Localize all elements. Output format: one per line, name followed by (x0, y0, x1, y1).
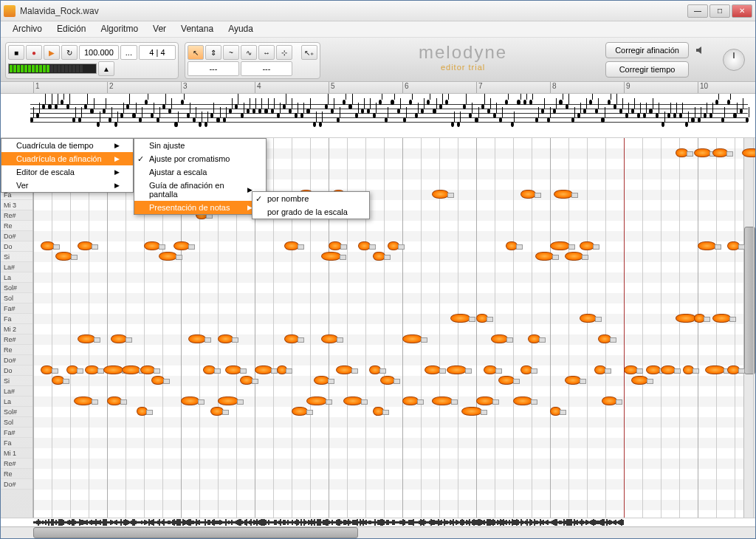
separation-tool[interactable]: ⊹ (276, 45, 292, 60)
note-blob[interactable] (284, 241, 299, 250)
note-blob[interactable] (676, 314, 696, 323)
menu-algoritmo[interactable]: Algoritmo (93, 21, 145, 37)
piano-key[interactable]: Fa# (1, 303, 32, 314)
piano-key[interactable]: Re (1, 345, 32, 355)
note-blob[interactable] (646, 365, 661, 374)
note-blob[interactable] (550, 241, 570, 250)
context-item[interactable]: ✓por nombre (252, 192, 369, 205)
note-blob[interactable] (602, 396, 617, 405)
context-item[interactable]: Guía de afinación en pantalla▶ (134, 179, 266, 201)
correct-time-button[interactable]: Corregir tiempo (605, 61, 689, 78)
note-blob[interactable] (329, 241, 342, 250)
note-blob[interactable] (402, 396, 419, 405)
note-blob[interactable] (461, 407, 482, 416)
tempo-field[interactable]: 100.000 (79, 45, 119, 60)
note-blob[interactable] (321, 252, 341, 261)
formant-tool[interactable]: ~ (223, 45, 239, 60)
note-blob[interactable] (284, 334, 299, 343)
note-blob[interactable] (520, 365, 532, 374)
piano-key[interactable]: Si (1, 252, 32, 262)
menu-edicion[interactable]: Edición (49, 21, 93, 37)
note-blob[interactable] (580, 314, 597, 323)
note-blob[interactable] (225, 365, 241, 374)
note-blob[interactable] (107, 396, 122, 405)
note-blob[interactable] (565, 376, 581, 385)
piano-key[interactable]: Mi 2 (1, 324, 32, 334)
pitch-tool[interactable]: ⇕ (205, 45, 221, 60)
piano-key[interactable]: Sol (1, 417, 32, 428)
note-blob[interactable] (52, 376, 64, 385)
context-item[interactable]: Cuadrícula de afinación▶ (1, 152, 133, 165)
maximize-button[interactable]: □ (709, 4, 730, 18)
note-blob[interactable] (554, 190, 573, 199)
note-blob[interactable] (491, 334, 508, 343)
note-blob[interactable] (450, 314, 470, 323)
note-blob[interactable] (727, 241, 740, 250)
note-blob[interactable] (314, 376, 329, 385)
context-item[interactable]: ✓Ajuste por cromatismo (134, 152, 266, 165)
note-blob[interactable] (140, 365, 155, 374)
menu-ayuda[interactable]: Ayuda (221, 21, 261, 37)
loop-button[interactable]: ↻ (61, 45, 78, 60)
note-blob[interactable] (373, 252, 385, 261)
note-blob[interactable] (321, 334, 338, 343)
note-blob[interactable] (66, 365, 78, 374)
context-item[interactable]: Sin ajuste (134, 139, 266, 152)
note-blob[interactable] (277, 365, 287, 374)
note-blob[interactable] (336, 365, 353, 374)
piano-key[interactable]: Mi 1 (1, 448, 32, 459)
note-blob[interactable] (388, 241, 399, 250)
note-blob[interactable] (218, 334, 233, 343)
piano-key[interactable]: Sol# (1, 407, 32, 417)
note-blob[interactable] (535, 252, 554, 261)
piano-key[interactable]: Do (1, 365, 32, 376)
note-blob[interactable] (181, 396, 199, 405)
correct-pitch-button[interactable]: Corregir afinación (605, 42, 689, 58)
piano-key[interactable]: Fa (1, 438, 32, 448)
note-blob[interactable] (594, 365, 606, 374)
note-blob[interactable] (358, 241, 371, 250)
note-blob[interactable] (122, 365, 140, 374)
piano-key[interactable]: Sol (1, 293, 32, 303)
horizontal-scrollbar[interactable] (1, 526, 755, 538)
volume-knob[interactable] (723, 49, 745, 71)
piano-key[interactable]: Fa (1, 314, 32, 324)
menu-archivo[interactable]: Archivo (5, 21, 49, 37)
tempo-extra-field[interactable]: ... (120, 45, 137, 60)
piano-key[interactable]: Fa# (1, 428, 32, 438)
play-button[interactable]: ▶ (44, 45, 60, 60)
note-blob[interactable] (694, 314, 705, 323)
piano-key[interactable]: Si (1, 376, 32, 386)
h-scroll-thumb[interactable] (33, 527, 358, 538)
note-blob[interactable] (402, 334, 422, 343)
context-item[interactable]: Ajustar a escala (134, 165, 266, 179)
note-blob[interactable] (41, 241, 55, 250)
note-blob[interactable] (447, 365, 467, 374)
note-blob[interactable] (373, 407, 384, 416)
record-button[interactable]: ● (26, 45, 42, 60)
note-blob[interactable] (432, 190, 449, 199)
menu-ver[interactable]: Ver (145, 21, 173, 37)
context-item[interactable]: Presentación de notas▶ (134, 201, 266, 214)
menu-ventana[interactable]: Ventana (173, 21, 221, 37)
piano-key[interactable]: Do# (1, 231, 32, 241)
note-blob[interactable] (432, 396, 453, 405)
note-blob[interactable] (137, 407, 148, 416)
note-blob[interactable] (565, 252, 583, 261)
note-blob[interactable] (520, 190, 536, 199)
piano-key[interactable]: Re# (1, 210, 32, 221)
note-blob[interactable] (476, 396, 494, 405)
piano-key[interactable]: La (1, 272, 32, 283)
note-blob[interactable] (369, 365, 381, 374)
note-blob[interactable] (144, 241, 160, 250)
minimize-button[interactable]: — (687, 4, 708, 18)
piano-key[interactable]: Re# (1, 459, 32, 469)
piano-key[interactable]: Do# (1, 355, 32, 365)
note-blob[interactable] (255, 365, 272, 374)
context-item[interactable]: Ver▶ (1, 179, 133, 192)
piano-key[interactable]: La (1, 396, 32, 407)
note-blob[interactable] (484, 365, 497, 374)
note-blob[interactable] (151, 376, 165, 385)
piano-key[interactable]: La# (1, 386, 32, 396)
note-blob[interactable] (705, 365, 725, 374)
